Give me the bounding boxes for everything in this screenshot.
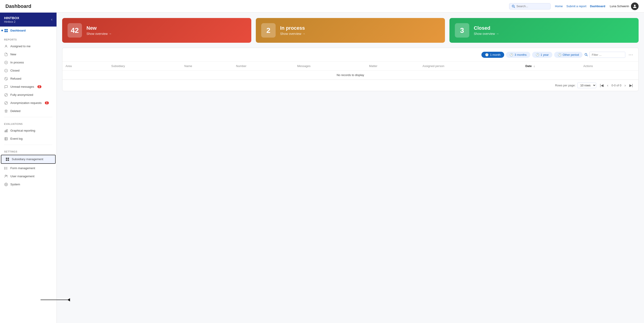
nav-dashboard[interactable]: Dashboard	[590, 4, 605, 8]
sidebar-item-user-management[interactable]: User management	[0, 172, 56, 180]
svg-rect-17	[7, 129, 8, 132]
table-head: Area Subsidiary Name Number Messages Mat…	[62, 62, 638, 71]
check-icon	[4, 69, 8, 73]
search-input[interactable]	[516, 4, 548, 8]
stat-card-closed[interactable]: 3 Closed Show overview →	[450, 18, 638, 43]
svg-rect-3	[4, 29, 6, 30]
sidebar-graphical-label: Graphical reporting	[10, 129, 35, 132]
anonreq-badge: 1	[45, 101, 49, 104]
period-btn-other[interactable]: 🕐 Other period	[554, 52, 582, 58]
sidebar-brand: HINTBOX Hintbox 2 ‹	[0, 12, 56, 26]
nav-links: Home Submit a report Dashboard	[555, 4, 605, 8]
page-prev-button[interactable]: ‹	[606, 83, 610, 88]
no-records-row: No records to display	[62, 71, 638, 80]
sidebar-toggle[interactable]: ‹	[51, 17, 52, 22]
nav-home[interactable]: Home	[555, 4, 563, 8]
filter-input[interactable]	[589, 52, 625, 58]
file-icon	[4, 52, 8, 56]
page-next-button[interactable]: ›	[623, 83, 627, 88]
sort-arrow-icon: ↓	[534, 64, 535, 68]
person-icon	[4, 44, 8, 48]
clock-icon-1month: 🕐	[485, 53, 489, 56]
chat-icon	[4, 85, 8, 89]
divider-1	[4, 117, 52, 117]
page-info: 0-0 of 0	[610, 84, 622, 87]
sidebar-item-deleted[interactable]: Deleted	[0, 107, 56, 115]
svg-point-34	[6, 184, 6, 185]
sidebar-item-system[interactable]: System	[0, 180, 56, 189]
filter-area	[584, 52, 625, 58]
sidebar-refused-label: Refused	[10, 77, 21, 80]
sidebar-new-label: New	[10, 53, 16, 56]
svg-rect-24	[6, 159, 7, 161]
col-date[interactable]: Date ↓	[522, 62, 580, 71]
stat-card-new[interactable]: 42 New Show overview →	[62, 18, 251, 43]
sidebar-item-new[interactable]: New	[0, 50, 56, 58]
sidebar-item-event-log[interactable]: Event log	[0, 135, 56, 143]
unread-badge: 2	[38, 85, 42, 88]
sidebar-subsidiary-label: Subsidiary management	[12, 157, 43, 161]
anon-icon	[4, 93, 8, 97]
sidebar-dashboard-label: Dashboard	[10, 29, 26, 32]
period-btn-1year[interactable]: 🕐 1 year	[532, 52, 552, 58]
clock-icon-other: 🕐	[558, 53, 561, 56]
avatar[interactable]	[631, 2, 638, 10]
sidebar-item-closed[interactable]: Closed	[0, 67, 56, 75]
anon-req-icon	[4, 101, 8, 105]
users-icon	[4, 174, 8, 178]
svg-rect-6	[6, 31, 8, 32]
page-title: Dashboard	[6, 3, 31, 9]
sidebar-inprocess-label: In process	[10, 61, 24, 64]
search-bar[interactable]	[509, 3, 550, 9]
svg-line-13	[5, 94, 8, 96]
more-options-button[interactable]: ⋯	[627, 51, 634, 58]
rows-per-page-label: Rows per page:	[555, 84, 576, 87]
no-records-text: No records to display	[62, 71, 638, 80]
rows-select[interactable]: 10 rows 25 rows 50 rows	[577, 82, 596, 88]
sidebar-item-refused[interactable]: Refused	[0, 75, 56, 83]
grid-icon	[4, 28, 8, 33]
sidebar-fullanon-label: Fully anonymized	[10, 93, 33, 96]
svg-marker-9	[6, 62, 7, 63]
stat-action-in-process: Show overview →	[280, 32, 305, 35]
data-table: Area Subsidiary Name Number Messages Mat…	[62, 62, 638, 80]
period-btn-1month[interactable]: 🕐 1 month	[482, 52, 504, 58]
sidebar-assigned-label: Assigned to me	[10, 44, 30, 48]
stat-number-new: 42	[68, 23, 82, 37]
sidebar-eventlog-label: Event log	[10, 137, 22, 140]
col-actions: Actions	[580, 62, 638, 71]
sidebar-item-dashboard[interactable]: Dashboard	[0, 26, 56, 35]
stat-card-in-process[interactable]: 2 In process Show overview →	[256, 18, 445, 43]
nav-submit-report[interactable]: Submit a report	[566, 4, 586, 8]
sidebar-item-in-process[interactable]: In process	[0, 58, 56, 67]
svg-rect-4	[6, 29, 8, 30]
sidebar-item-anonymization-requests[interactable]: Anonymization requests 1	[0, 99, 56, 107]
sidebar-item-assigned-to-me[interactable]: Assigned to me	[0, 42, 56, 50]
col-subsidiary: Subsidiary	[108, 62, 181, 71]
user-area: Luna Schwerin	[610, 2, 638, 10]
svg-line-14	[5, 102, 8, 104]
svg-point-35	[585, 53, 587, 55]
sidebar-item-fully-anonymized[interactable]: Fully anonymized	[0, 91, 56, 99]
svg-point-7	[6, 45, 6, 46]
settings-section-label: Settings	[0, 147, 56, 154]
sidebar-item-unread-messages[interactable]: Unread messages 2	[0, 83, 56, 91]
sidebar-item-subsidiary-management[interactable]: Subsidiary management	[1, 155, 56, 164]
sidebar-formmanagement-label: Form management	[10, 166, 35, 170]
col-area: Area	[62, 62, 108, 71]
svg-rect-16	[6, 130, 6, 132]
svg-point-0	[512, 5, 514, 7]
brand-sub: Hintbox 2	[4, 20, 19, 23]
period-btn-3months[interactable]: 🕐 3 months	[506, 52, 530, 58]
active-dot	[1, 30, 3, 31]
sidebar-closed-label: Closed	[10, 69, 19, 72]
sidebar-item-form-management[interactable]: Form management	[0, 164, 56, 172]
col-messages: Messages	[294, 62, 366, 71]
header-right: Home Submit a report Dashboard Luna Schw…	[509, 2, 638, 10]
page-last-button[interactable]: ▶|	[628, 82, 634, 88]
page-first-button[interactable]: |◀	[598, 82, 605, 88]
sidebar-item-graphical-reporting[interactable]: Graphical reporting	[0, 127, 56, 135]
main-content: 42 New Show overview → 2 In process Show…	[57, 12, 644, 323]
rows-per-page: Rows per page: 10 rows 25 rows 50 rows	[555, 82, 596, 88]
sidebar-deleted-label: Deleted	[10, 109, 20, 113]
